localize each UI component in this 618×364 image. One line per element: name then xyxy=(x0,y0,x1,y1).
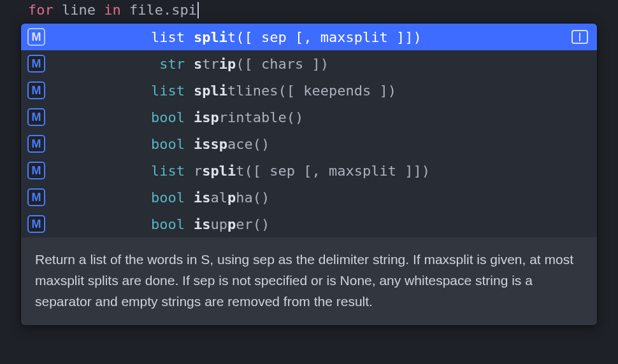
autocomplete-popup: Mlistsplit([ sep [, maxsplit ]])Mstrstri… xyxy=(20,23,598,326)
method-icon: M xyxy=(27,81,45,99)
method-icon-letter: M xyxy=(32,31,41,44)
suggestion-row-split[interactable]: Mlistsplit([ sep [, maxsplit ]]) xyxy=(21,24,597,50)
method-icon-letter: M xyxy=(32,191,41,204)
method-icon: M xyxy=(27,188,45,206)
suggestion-row-isupper[interactable]: Mboolisupper() xyxy=(21,211,597,237)
method-signature: isprintable() xyxy=(194,109,597,125)
typed-partial: spi xyxy=(171,2,197,18)
var-file: file xyxy=(129,2,163,18)
method-signature: splitlines([ keepends ]) xyxy=(194,83,597,99)
suggestion-row-isprintable[interactable]: Mboolisprintable() xyxy=(21,104,597,130)
dot-operator: . xyxy=(163,2,171,18)
method-signature: rsplit([ sep [, maxsplit ]]) xyxy=(194,163,597,179)
return-type: str xyxy=(45,56,185,72)
method-icon: M xyxy=(27,28,45,46)
method-icon: M xyxy=(27,215,45,233)
method-icon-letter: M xyxy=(32,164,41,178)
suggestion-row-strip[interactable]: Mstrstrip([ chars ]) xyxy=(21,50,597,77)
method-icon-letter: M xyxy=(32,111,41,124)
method-icon-letter: M xyxy=(32,137,41,151)
method-icon: M xyxy=(27,108,45,126)
editor-code-line[interactable]: for line in file.spi xyxy=(0,1,618,24)
return-type: bool xyxy=(45,216,185,232)
return-type: list xyxy=(45,29,185,45)
return-type: bool xyxy=(45,136,185,152)
suggestion-row-isalpha[interactable]: Mboolisalpha() xyxy=(21,184,597,211)
method-signature: strip([ chars ]) xyxy=(194,56,597,72)
documentation-panel: Return a list of the words in S, using s… xyxy=(21,237,597,325)
method-signature: isspace() xyxy=(194,136,597,152)
suggestion-row-splitlines[interactable]: Mlistsplitlines([ keepends ]) xyxy=(21,77,597,104)
method-signature: split([ sep [, maxsplit ]]) xyxy=(194,29,597,45)
return-type: list xyxy=(45,83,185,99)
return-type: bool xyxy=(45,109,185,125)
keyword-for: for xyxy=(28,2,54,18)
return-type: list xyxy=(45,163,185,179)
method-icon: M xyxy=(27,162,45,179)
method-icon-letter: M xyxy=(32,218,41,231)
method-icon-letter: M xyxy=(32,57,41,71)
method-icon: M xyxy=(27,135,45,153)
book-icon[interactable] xyxy=(571,30,588,44)
method-icon-letter: M xyxy=(32,84,41,97)
method-signature: isalpha() xyxy=(194,190,597,206)
method-icon: M xyxy=(27,55,45,73)
suggestion-row-isspace[interactable]: Mboolisspace() xyxy=(21,130,597,157)
var-line: line xyxy=(62,2,96,18)
text-cursor xyxy=(198,2,199,18)
keyword-in: in xyxy=(104,2,121,18)
documentation-text: Return a list of the words in S, using s… xyxy=(35,252,573,309)
return-type: bool xyxy=(45,190,185,206)
suggestion-row-rsplit[interactable]: Mlistrsplit([ sep [, maxsplit ]]) xyxy=(21,157,597,184)
method-signature: isupper() xyxy=(194,216,597,232)
